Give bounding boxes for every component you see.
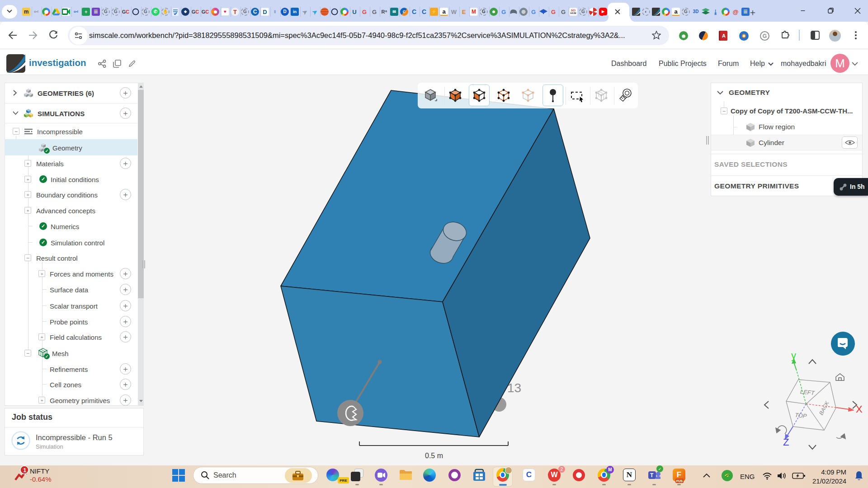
svg-text:1: 1 <box>24 467 27 474</box>
svg-text:Z: Z <box>783 436 789 448</box>
svg-text:0.5 m: 0.5 m <box>425 452 443 460</box>
svg-text:T: T <box>650 472 654 479</box>
svg-text:y: y <box>791 350 796 361</box>
